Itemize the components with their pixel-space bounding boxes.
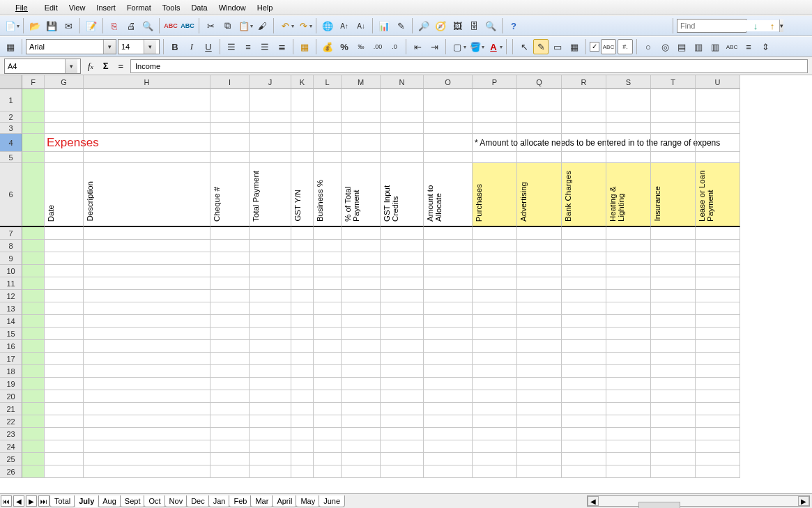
cell-U15[interactable] xyxy=(696,328,740,340)
cell-reference-combo[interactable]: ▾ xyxy=(4,59,81,74)
font-name-combo[interactable]: ▾ xyxy=(26,39,116,54)
row-header-1[interactable]: 1 xyxy=(0,89,22,111)
cell-G4[interactable]: Expenses xyxy=(45,134,84,152)
cell-U6[interactable]: Lease or Loan Payment xyxy=(696,163,740,227)
cell-U17[interactable] xyxy=(696,353,740,365)
cell-U10[interactable] xyxy=(696,265,740,277)
cell-I11[interactable] xyxy=(210,277,250,290)
cell-G16[interactable] xyxy=(45,340,84,353)
export-pdf-icon[interactable]: ⎘ xyxy=(107,18,122,33)
cell-K10[interactable] xyxy=(291,265,314,277)
cell-G19[interactable] xyxy=(45,378,84,390)
row-header-26[interactable]: 26 xyxy=(0,465,22,478)
column-header-M[interactable]: M xyxy=(342,75,381,89)
cell-M2[interactable] xyxy=(342,111,381,123)
cell-U24[interactable] xyxy=(696,440,740,453)
cell-G20[interactable] xyxy=(45,390,84,403)
menu-insert[interactable]: Insert xyxy=(91,2,121,13)
sheet-tab-oct[interactable]: Oct xyxy=(144,495,165,507)
cell-M9[interactable] xyxy=(342,252,381,265)
cell-T3[interactable] xyxy=(651,123,696,134)
cell-F5[interactable] xyxy=(22,152,45,163)
column-header-G[interactable]: G xyxy=(45,75,84,89)
cell-J23[interactable] xyxy=(250,428,291,440)
cell-M4[interactable] xyxy=(342,134,381,152)
cell-N26[interactable] xyxy=(381,465,424,478)
cell-L19[interactable] xyxy=(314,378,342,390)
cell-S19[interactable] xyxy=(606,378,651,390)
cell-J22[interactable] xyxy=(250,415,291,428)
cell-U8[interactable] xyxy=(696,240,740,252)
cell-H14[interactable] xyxy=(84,315,210,328)
cell-N19[interactable] xyxy=(381,378,424,390)
undo-icon[interactable]: ↶ xyxy=(277,18,293,33)
row-header-3[interactable]: 3 xyxy=(0,123,22,134)
new-doc-icon[interactable]: 📄 xyxy=(3,18,18,33)
menu-tools[interactable]: Tools xyxy=(157,2,186,13)
cell-F9[interactable] xyxy=(22,252,45,265)
cell-M3[interactable] xyxy=(342,123,381,134)
column-header-J[interactable]: J xyxy=(250,75,291,89)
cell-P3[interactable] xyxy=(473,123,517,134)
cell-G12[interactable] xyxy=(45,290,84,302)
cell-N7[interactable] xyxy=(381,227,424,240)
column-header-T[interactable]: T xyxy=(651,75,696,89)
cell-L24[interactable] xyxy=(314,440,342,453)
cell-Q19[interactable] xyxy=(517,378,562,390)
cell-O15[interactable] xyxy=(424,328,473,340)
cell-P19[interactable] xyxy=(473,378,517,390)
cell-P26[interactable] xyxy=(473,465,517,478)
cell-F18[interactable] xyxy=(22,365,45,378)
cell-L9[interactable] xyxy=(314,252,342,265)
cell-F21[interactable] xyxy=(22,403,45,415)
cell-S4[interactable] xyxy=(606,134,651,152)
sheet-tab-nov[interactable]: Nov xyxy=(164,495,188,507)
cell-G22[interactable] xyxy=(45,415,84,428)
cell-H23[interactable] xyxy=(84,428,210,440)
cell-U23[interactable] xyxy=(696,428,740,440)
font-name-dropdown-icon[interactable]: ▾ xyxy=(103,40,116,54)
italic-button[interactable]: I xyxy=(184,39,199,54)
row-header-12[interactable]: 12 xyxy=(0,290,22,302)
column-header-F[interactable]: F xyxy=(22,75,45,89)
cell-I7[interactable] xyxy=(210,227,250,240)
cell-I4[interactable] xyxy=(210,134,250,152)
row-header-6[interactable]: 6 xyxy=(0,163,22,227)
preview-icon[interactable]: 🔍 xyxy=(140,18,155,33)
cell-G25[interactable] xyxy=(45,453,84,465)
cell-R21[interactable] xyxy=(562,403,606,415)
cell-P24[interactable] xyxy=(473,440,517,453)
cell-N11[interactable] xyxy=(381,277,424,290)
cell-J7[interactable] xyxy=(250,227,291,240)
cell-F4[interactable] xyxy=(22,134,45,152)
cell-M8[interactable] xyxy=(342,240,381,252)
fontcolor-icon[interactable]: A xyxy=(486,39,501,54)
cell-T19[interactable] xyxy=(651,378,696,390)
cell-G14[interactable] xyxy=(45,315,84,328)
cell-K23[interactable] xyxy=(291,428,314,440)
cell-K24[interactable] xyxy=(291,440,314,453)
cell-S3[interactable] xyxy=(606,123,651,134)
cell-O20[interactable] xyxy=(424,390,473,403)
cell-R10[interactable] xyxy=(562,265,606,277)
hscroll-thumb[interactable] xyxy=(638,502,680,508)
cell-U18[interactable] xyxy=(696,365,740,378)
cell-M17[interactable] xyxy=(342,353,381,365)
cell-N5[interactable] xyxy=(381,152,424,163)
cell-M15[interactable] xyxy=(342,328,381,340)
radio-control-icon[interactable]: ○ xyxy=(641,39,656,54)
cell-F12[interactable] xyxy=(22,290,45,302)
remove-decimal-icon[interactable]: .0 xyxy=(387,39,402,54)
select-all-corner[interactable] xyxy=(0,75,22,89)
cell-T5[interactable] xyxy=(651,152,696,163)
cell-I18[interactable] xyxy=(210,365,250,378)
cell-M23[interactable] xyxy=(342,428,381,440)
borders-dropdown[interactable]: ▾ xyxy=(464,44,466,50)
cell-H4[interactable] xyxy=(84,134,210,152)
sheet-tab-june[interactable]: June xyxy=(319,495,345,507)
cell-J5[interactable] xyxy=(250,152,291,163)
sheet-tab-july[interactable]: July xyxy=(74,495,99,507)
redo-dropdown[interactable]: ▾ xyxy=(309,23,312,29)
cell-Q20[interactable] xyxy=(517,390,562,403)
cell-R11[interactable] xyxy=(562,277,606,290)
